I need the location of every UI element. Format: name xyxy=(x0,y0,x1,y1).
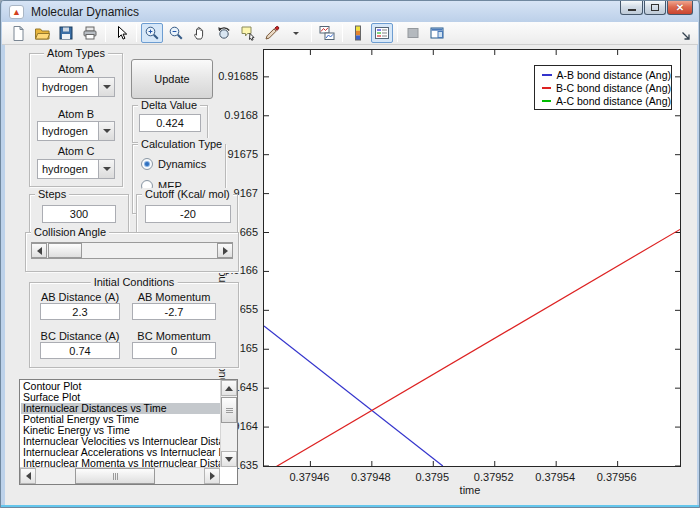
brush-caret-icon[interactable] xyxy=(285,23,307,43)
app-icon: ▲ xyxy=(9,5,24,19)
plot-list-item[interactable]: Surface Plot xyxy=(21,392,220,403)
listbox-horizontal-scrollbar[interactable] xyxy=(20,467,220,484)
title-bar: ▲ Molecular Dynamics xyxy=(2,1,698,22)
series-line xyxy=(264,326,443,466)
panel-collision-angle: Collision Angle xyxy=(25,232,239,272)
hide-plot-tools-icon xyxy=(402,23,424,43)
x-tick-label: 0.37952 xyxy=(462,471,526,483)
toolbar-separator xyxy=(311,24,312,42)
atom-c-dropdown[interactable]: hydrogen xyxy=(37,159,115,179)
x-tick-label: 0.37946 xyxy=(277,471,341,483)
plot-list-item[interactable]: Internuclear Momenta vs Internuclear Dis… xyxy=(21,458,220,467)
x-tick-label: 0.37948 xyxy=(339,471,403,483)
delta-value-field[interactable]: 0.424 xyxy=(139,114,201,132)
scroll-down-arrow[interactable] xyxy=(221,451,237,467)
toolbar-separator xyxy=(136,24,137,42)
scroll-left-arrow[interactable] xyxy=(20,468,36,484)
panel-cutoff-title: Cutoff (Kcal/ mol) xyxy=(142,188,233,200)
scroll-up-arrow[interactable] xyxy=(221,380,237,396)
legend-line-swatch xyxy=(542,74,552,76)
app-window: ▲ Molecular Dynamics ✕ Internuclear Dist… xyxy=(0,0,700,508)
cursor-icon[interactable] xyxy=(110,23,132,43)
legend-label: B-C bond distance (Ang) xyxy=(556,82,671,94)
minimize-button[interactable] xyxy=(620,1,643,15)
legend-entry: B-C bond distance (Ang) xyxy=(535,82,671,94)
legend-icon[interactable] xyxy=(371,23,393,43)
panel-delta-title: Delta Value xyxy=(138,99,200,111)
scroll-right-arrow[interactable] xyxy=(204,468,220,484)
x-tick-label: 0.3795 xyxy=(400,471,464,483)
minimize-icon xyxy=(628,9,636,11)
chevron-down-icon[interactable] xyxy=(98,78,114,96)
open-file-icon[interactable] xyxy=(31,23,53,43)
ab-distance-label: AB Distance (A) xyxy=(40,291,120,303)
data-cursor-icon[interactable] xyxy=(237,23,259,43)
close-button[interactable]: ✕ xyxy=(667,1,693,15)
slider-thumb[interactable] xyxy=(48,243,82,258)
slider-right-arrow[interactable] xyxy=(217,243,233,258)
brush-icon[interactable] xyxy=(261,23,283,43)
save-icon[interactable] xyxy=(55,23,77,43)
chevron-down-icon[interactable] xyxy=(98,122,114,140)
pan-icon[interactable] xyxy=(189,23,211,43)
link-plots-icon[interactable] xyxy=(316,23,338,43)
plot-list-item[interactable]: Potential Energy vs Time xyxy=(21,414,220,425)
cutoff-field[interactable]: -20 xyxy=(145,205,231,223)
steps-field[interactable]: 300 xyxy=(42,205,116,223)
bc-momentum-field[interactable]: 0 xyxy=(132,342,216,359)
ab-momentum-label: AB Momentum xyxy=(132,291,216,303)
panel-atom-types-title: Atom Types xyxy=(44,47,108,59)
atom-b-value: hydrogen xyxy=(42,125,88,137)
toolbar xyxy=(2,22,698,45)
panel-initial-conditions: Initial Conditions AB Distance (A) AB Mo… xyxy=(29,282,239,368)
print-icon[interactable] xyxy=(79,23,101,43)
atom-a-dropdown[interactable]: hydrogen xyxy=(37,77,115,97)
listbox-vertical-scrollbar[interactable] xyxy=(220,380,237,467)
legend-label: A-C bond distance (Ang) xyxy=(556,95,671,107)
x-axis-label: time xyxy=(440,484,500,496)
rotate-3d-icon[interactable] xyxy=(213,23,235,43)
legend-entry: A-B bond distance (Ang) xyxy=(535,69,671,81)
slider-left-arrow[interactable] xyxy=(31,243,47,258)
dock-figure-arrow-icon[interactable] xyxy=(681,27,691,45)
toolbar-separator xyxy=(342,24,343,42)
panel-calculation-type-title: Calculation Type xyxy=(138,138,225,150)
plot-type-listbox[interactable]: Contour PlotSurface PlotInternuclear Dis… xyxy=(19,379,238,485)
dock-plot-tools-icon[interactable] xyxy=(426,23,448,43)
panel-cutoff: Cutoff (Kcal/ mol) -20 xyxy=(136,194,238,236)
radio-dynamics[interactable]: Dynamics xyxy=(141,158,206,170)
atom-a-value: hydrogen xyxy=(42,81,88,93)
chevron-down-icon[interactable] xyxy=(98,160,114,178)
plot-list-item[interactable]: Internuclear Accelerations vs Internucle… xyxy=(21,447,220,458)
update-button[interactable]: Update xyxy=(131,59,213,99)
x-tick-label: 0.37956 xyxy=(585,471,649,483)
radio-dot-icon xyxy=(141,158,153,170)
colorbar-icon[interactable] xyxy=(347,23,369,43)
zoom-out-icon[interactable] xyxy=(165,23,187,43)
panel-initial-conditions-title: Initial Conditions xyxy=(91,276,178,288)
plot-list-item[interactable]: Internuclear Velocities vs Internuclear … xyxy=(21,436,220,447)
bc-distance-field[interactable]: 0.74 xyxy=(40,342,120,359)
plot-axes[interactable] xyxy=(263,49,681,467)
new-document-icon[interactable] xyxy=(7,23,29,43)
legend-line-swatch xyxy=(542,100,551,102)
toolbar-separator xyxy=(105,24,106,42)
x-tick-label: 0.37954 xyxy=(523,471,587,483)
horizontal-scroll-thumb[interactable] xyxy=(75,468,155,484)
plot-legend[interactable]: A-B bond distance (Ang)B-C bond distance… xyxy=(534,65,672,110)
atom-b-dropdown[interactable]: hydrogen xyxy=(37,121,115,141)
legend-label: A-B bond distance (Ang) xyxy=(557,69,671,81)
plot-list-item[interactable]: Kinetic Energy vs Time xyxy=(21,425,220,436)
vertical-scroll-thumb[interactable] xyxy=(221,397,237,423)
close-icon: ✕ xyxy=(676,3,684,13)
atom-c-value: hydrogen xyxy=(42,163,88,175)
zoom-in-icon[interactable] xyxy=(141,23,163,43)
plot-list-item[interactable]: Internuclear Distances vs Time xyxy=(21,403,220,414)
ab-momentum-field[interactable]: -2.7 xyxy=(132,303,216,320)
maximize-button[interactable] xyxy=(644,1,666,15)
collision-angle-slider[interactable] xyxy=(31,242,233,259)
atom-a-label: Atom A xyxy=(29,63,123,75)
plot-list-item[interactable]: Contour Plot xyxy=(21,381,220,392)
bc-distance-label: BC Distance (A) xyxy=(40,330,120,342)
ab-distance-field[interactable]: 2.3 xyxy=(40,303,120,320)
